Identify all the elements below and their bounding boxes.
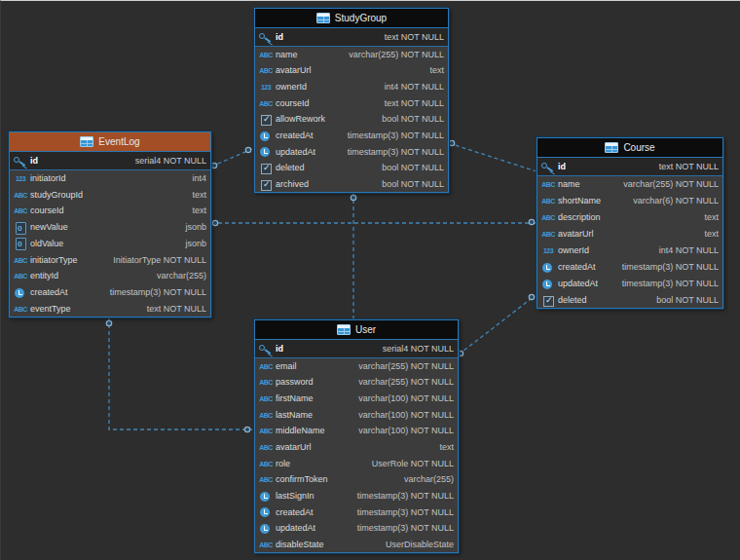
timestamp-type-icon	[258, 506, 274, 518]
column-type: text	[698, 213, 719, 222]
primary-key-icon	[258, 31, 274, 43]
text-type-icon	[540, 212, 556, 224]
table-title: StudyGroup	[335, 13, 387, 23]
column-name: allowRework	[276, 115, 325, 124]
table-icon	[80, 136, 93, 147]
column-row-avatarUrl[interactable]: avatarUrltext	[537, 226, 722, 243]
column-row-initiatorType[interactable]: initiatorTypeInitiatorType NOT NULL	[10, 252, 210, 269]
relationship-eventlog-studygroup[interactable]	[211, 147, 252, 168]
column-row-avatarUrl[interactable]: avatarUrltext	[255, 63, 448, 80]
table-eventlog[interactable]: EventLogidserial4 NOT NULLinitiatorIdint…	[9, 131, 211, 317]
column-row-createdAt[interactable]: createdAttimestamp(3) NOT NULL	[10, 284, 210, 301]
text-type-icon	[13, 205, 28, 217]
column-row-createdAt[interactable]: createdAttimestamp(3) NOT NULL	[255, 128, 448, 144]
table-header-course[interactable]: Course	[537, 138, 722, 158]
column-row-updatedAt[interactable]: updatedAttimestamp(3) NOT NULL	[255, 521, 458, 538]
column-row-middleName[interactable]: middleNamevarchar(100) NOT NULL	[255, 424, 458, 440]
table-studygroup[interactable]: StudyGroupidtext NOT NULLnamevarchar(255…	[254, 8, 449, 193]
table-course[interactable]: Courseidtext NOT NULLnamevarchar(255) NO…	[536, 137, 723, 309]
column-row-entityId[interactable]: entityIdvarchar(255)	[10, 269, 210, 285]
relationship-studygroup-user[interactable]	[351, 193, 355, 319]
column-row-id[interactable]: idtext NOT NULL	[537, 158, 722, 176]
column-name: initiatorType	[30, 256, 78, 265]
column-type: varchar(255) NOT NULL	[352, 362, 454, 371]
column-row-updatedAt[interactable]: updatedAttimestamp(3) NOT NULL	[255, 144, 448, 161]
text-type-icon	[13, 271, 28, 282]
column-row-deleted[interactable]: deletedbool NOT NULL	[537, 292, 722, 309]
column-row-id[interactable]: idserial4 NOT NULL	[10, 152, 210, 170]
text-type-icon	[540, 229, 556, 241]
table-user[interactable]: Useridserial4 NOT NULLemailvarchar(255) …	[254, 319, 459, 553]
column-row-studyGroupId[interactable]: studyGroupIdtext	[10, 187, 210, 204]
column-name: password	[276, 378, 314, 387]
column-row-disableState[interactable]: disableStateUserDisableState	[255, 537, 458, 553]
relationship-endpoint-dot	[458, 351, 462, 355]
column-row-name[interactable]: namevarchar(255) NOT NULL	[255, 47, 448, 63]
column-row-archived[interactable]: archivedbool NOT NULL	[255, 176, 448, 193]
relationship-endpoint-dot	[529, 219, 534, 224]
primary-key-icon	[13, 155, 28, 167]
column-name: updatedAt	[276, 148, 315, 157]
column-row-name[interactable]: namevarchar(255) NOT NULL	[537, 176, 722, 193]
column-row-courseId[interactable]: courseIdtext	[10, 204, 210, 220]
column-row-lastName[interactable]: lastNamevarchar(100) NOT NULL	[255, 407, 458, 424]
column-name: entityId	[30, 272, 58, 280]
column-type: serial4 NOT NULL	[377, 345, 454, 354]
column-name: description	[558, 213, 601, 222]
column-row-eventType[interactable]: eventTypetext NOT NULL	[10, 301, 210, 317]
column-row-confirmToken[interactable]: confirmTokenvarchar(255)	[255, 472, 458, 489]
column-row-oldValue[interactable]: oldValuejsonb	[10, 236, 210, 252]
column-type: varchar(100) NOT NULL	[352, 427, 454, 435]
column-row-courseId[interactable]: courseIdtext NOT NULL	[255, 95, 448, 112]
column-row-createdAt[interactable]: createdAttimestamp(3) NOT NULL	[255, 504, 458, 521]
text-type-icon	[258, 426, 274, 437]
column-row-id[interactable]: idtext NOT NULL	[255, 28, 448, 47]
table-icon	[316, 13, 330, 23]
column-name: createdAt	[276, 508, 314, 517]
column-name: newValue	[30, 223, 68, 232]
column-type: bool NOT NULL	[650, 296, 719, 305]
column-row-newValue[interactable]: newValuejsonb	[10, 219, 210, 236]
column-row-id[interactable]: idserial4 NOT NULL	[255, 340, 458, 358]
relationship-eventlog-course[interactable]	[211, 219, 536, 225]
table-icon	[605, 142, 618, 153]
text-type-icon	[258, 442, 274, 454]
column-row-createdAt[interactable]: createdAttimestamp(3) NOT NULL	[537, 259, 722, 276]
text-type-icon	[258, 65, 274, 77]
column-row-ownerId[interactable]: ownerIdint4 NOT NULL	[255, 79, 448, 95]
column-name: name	[558, 180, 580, 189]
column-type: varchar(255) NOT NULL	[617, 180, 719, 189]
column-row-role[interactable]: roleUserRole NOT NULL	[255, 456, 458, 472]
erd-canvas[interactable]: StudyGroupidtext NOT NULLnamevarchar(255…	[0, 0, 740, 560]
column-type: serial4 NOT NULL	[130, 157, 206, 166]
relationship-eventlog-user[interactable]	[106, 317, 252, 432]
column-row-ownerId[interactable]: ownerIdint4 NOT NULL	[537, 243, 722, 259]
column-row-description[interactable]: descriptiontext	[537, 209, 722, 226]
column-type: jsonb	[179, 240, 206, 248]
column-row-firstName[interactable]: firstNamevarchar(100) NOT NULL	[255, 391, 458, 407]
column-row-lastSignIn[interactable]: lastSignIntimestamp(3) NOT NULL	[255, 488, 458, 504]
column-type: text	[698, 230, 719, 239]
column-row-initiatorId[interactable]: initiatorIdint4	[10, 170, 210, 187]
column-type: text	[186, 206, 206, 215]
relationship-user-course[interactable]	[458, 294, 535, 355]
column-row-password[interactable]: passwordvarchar(255) NOT NULL	[255, 375, 458, 392]
column-row-shortName[interactable]: shortNamevarchar(6) NOT NULL	[537, 193, 722, 209]
column-name: disableState	[276, 541, 324, 549]
column-row-avatarUrl[interactable]: avatarUrltext	[255, 439, 458, 456]
table-header-studygroup[interactable]: StudyGroup	[255, 9, 448, 28]
column-row-updatedAt[interactable]: updatedAttimestamp(3) NOT NULL	[537, 276, 722, 292]
column-name: avatarUrl	[558, 230, 594, 239]
column-name: lastName	[276, 411, 313, 420]
column-row-email[interactable]: emailvarchar(255) NOT NULL	[255, 358, 458, 375]
table-header-user[interactable]: User	[255, 320, 458, 340]
integer-type-icon	[258, 82, 274, 93]
timestamp-type-icon	[258, 491, 274, 503]
table-header-eventlog[interactable]: EventLog	[10, 132, 210, 152]
column-name: eventType	[30, 305, 71, 314]
column-type: bool NOT NULL	[376, 115, 444, 124]
relationship-studygroup-course[interactable]	[449, 140, 536, 171]
column-type: text	[424, 66, 444, 75]
column-row-allowRework[interactable]: allowReworkbool NOT NULL	[255, 112, 448, 129]
column-row-deleted[interactable]: deletedbool NOT NULL	[255, 161, 448, 177]
